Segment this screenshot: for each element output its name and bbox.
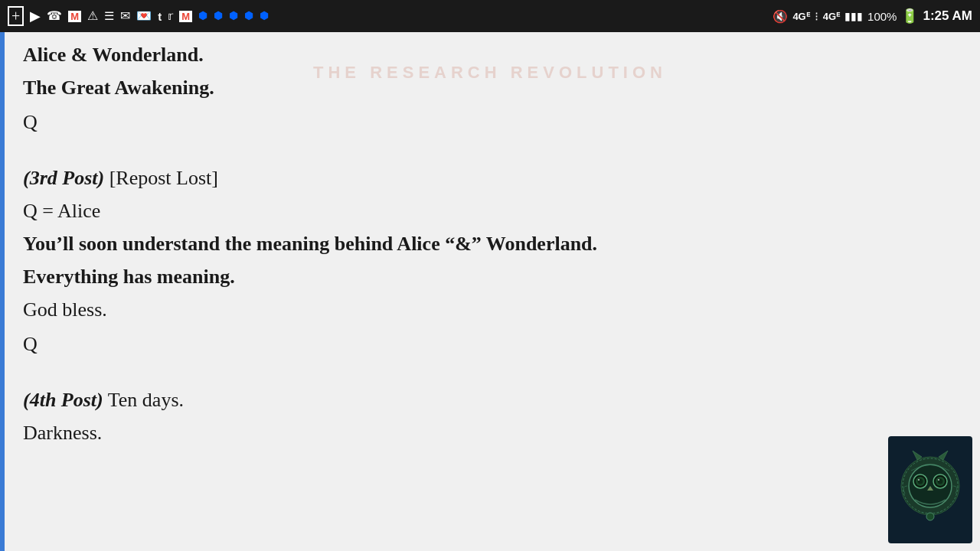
lte-icon: 4Gᴱ xyxy=(792,11,809,22)
bars-icon: ☰ xyxy=(104,11,114,22)
svg-point-11 xyxy=(938,479,939,481)
spacer-1 xyxy=(23,149,896,163)
status-bar-icons: + ▶ ☎ M ⚠ ☰ ✉ 💌 t 𝕣 M ⬢ ⬢ ⬢ ⬢ ⬢ xyxy=(8,6,269,26)
q-equals-alice: Q = Alice xyxy=(23,196,896,226)
great-awakening-line: The Great Awakening. xyxy=(23,73,896,103)
status-bar: + ▶ ☎ M ⚠ ☰ ✉ 💌 t 𝕣 M ⬢ ⬢ ⬢ ⬢ ⬢ 🔇 4Gᴱ ⁝ … xyxy=(0,0,980,32)
post3-header: (3rd Post) [Repost Lost] xyxy=(23,163,896,193)
post3-suffix: [Repost Lost] xyxy=(104,167,218,189)
dropbox5-icon: ⬢ xyxy=(260,11,269,21)
q-signature-1: Q xyxy=(23,107,896,137)
status-bar-right: 🔇 4Gᴱ ⁝ 4Gᴱ ▮▮▮ 100% 🔋 1:25 AM xyxy=(773,8,972,24)
post4-label: (4th Post) xyxy=(23,389,103,411)
dropbox4-icon: ⬢ xyxy=(244,11,253,21)
everything-meaning: Everything has meaning. xyxy=(23,262,896,292)
thumbnail-avatar xyxy=(888,436,972,543)
dropbox3-icon: ⬢ xyxy=(229,11,238,21)
mail-icon: ✉ xyxy=(120,10,130,22)
missed-call-icon: ☎ xyxy=(47,10,62,22)
owl-image xyxy=(888,436,972,543)
time-display: 1:25 AM xyxy=(923,8,972,24)
battery-percent: 100% xyxy=(867,10,897,23)
darkness-line: Darkness. xyxy=(23,418,896,448)
lte2-icon: 4Gᴱ xyxy=(823,11,840,22)
body-text-1: You’ll soon understand the meaning behin… xyxy=(23,229,896,259)
tumblr-icon: t xyxy=(158,11,162,22)
mute-icon: 🔇 xyxy=(773,9,788,24)
signal-icon: ▮▮▮ xyxy=(844,10,863,22)
dropbox1-icon: ⬢ xyxy=(198,11,207,21)
battery-icon: 🔋 xyxy=(901,8,918,24)
svg-point-7 xyxy=(918,479,920,481)
post4-header: (4th Post) Ten days. xyxy=(23,385,896,415)
svg-point-15 xyxy=(926,513,934,520)
q-signature-2: Q xyxy=(23,329,896,359)
video-icon: ▶ xyxy=(30,9,41,23)
mail3-icon: M xyxy=(179,11,192,22)
gmail-icon: M xyxy=(68,11,81,22)
alert-icon: ⚠ xyxy=(87,10,98,22)
content-area: THE RESEARCH REVOLUTION Alice & Wonderla… xyxy=(0,32,980,551)
mail2-icon: 💌 xyxy=(136,10,152,22)
spacer-2 xyxy=(23,371,896,385)
add-icon: + xyxy=(8,6,24,26)
owl-svg xyxy=(896,448,965,532)
alice-wonderland-line: Alice & Wonderland. xyxy=(23,40,896,70)
article-content: Alice & Wonderland. The Great Awakening.… xyxy=(0,32,919,466)
wifi-icon: ⁝ xyxy=(815,9,818,24)
post4-suffix: Ten days. xyxy=(103,389,184,411)
twitter-icon: 𝕣 xyxy=(168,11,173,22)
dropbox2-icon: ⬢ xyxy=(214,11,223,21)
post3-label: (3rd Post) xyxy=(23,167,104,189)
god-bless: God bless. xyxy=(23,295,896,324)
